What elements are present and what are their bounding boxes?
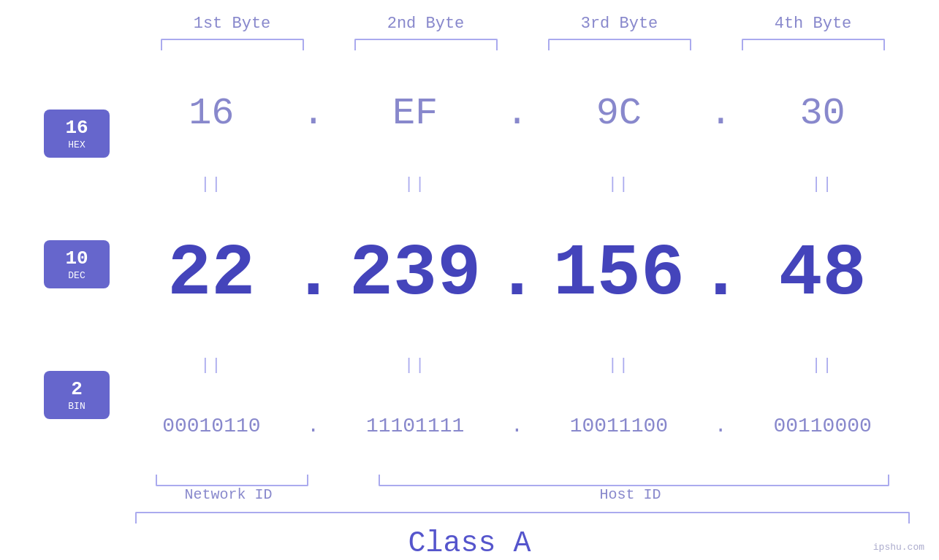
network-id-label: Network ID [135, 486, 322, 503]
bin-dot-1: . [307, 415, 319, 437]
hex-dot-1: . [302, 92, 324, 135]
host-id-bracket [379, 475, 889, 486]
top-bracket-3 [522, 39, 716, 50]
class-text: Class A [408, 527, 531, 560]
class-bracket [135, 512, 910, 523]
equals-row-2: || || || || [124, 355, 910, 376]
byte1-header: 1st Byte [135, 15, 329, 39]
bin-badge-num: 2 [50, 378, 104, 401]
bin-dot-2: . [511, 415, 523, 437]
dec-b4: 48 [779, 238, 867, 311]
class-label: Class A [29, 527, 910, 560]
dec-b1: 22 [167, 238, 255, 311]
dec-badge-num: 10 [50, 248, 104, 270]
dec-row: 22 . 239 . 156 . 48 [124, 234, 910, 316]
hex-badge-num: 16 [50, 117, 104, 139]
hex-row: 16 . EF . 9C . 30 [124, 92, 910, 135]
eq2-b4: || [735, 356, 910, 375]
hex-b3: 9C [596, 92, 642, 135]
hex-b2: EF [392, 92, 438, 135]
bin-b3: 10011100 [570, 415, 668, 437]
eq1-b4: || [735, 175, 910, 193]
dec-b2: 239 [349, 238, 481, 311]
top-bracket-2 [329, 39, 522, 50]
top-bracket-1 [135, 39, 329, 50]
eq2-b2: || [328, 356, 503, 375]
dec-b3: 156 [553, 238, 685, 311]
dec-badge-label: DEC [50, 270, 104, 281]
dec-badge: 10 DEC [44, 240, 110, 288]
top-bracket-4 [716, 39, 910, 50]
hex-badge: 16 HEX [44, 110, 110, 158]
watermark: ipshu.com [873, 542, 924, 553]
eq1-b2: || [328, 175, 503, 193]
byte3-header: 3rd Byte [522, 15, 716, 39]
bin-badge: 2 BIN [44, 371, 110, 419]
hex-b1: 16 [189, 92, 234, 135]
bin-b2: 11101111 [366, 415, 464, 437]
hex-badge-label: HEX [50, 139, 104, 150]
bin-badge-label: BIN [50, 401, 104, 412]
equals-row-1: || || || || [124, 174, 910, 195]
eq2-b3: || [532, 356, 707, 375]
bin-b1: 00010110 [162, 415, 260, 437]
host-id-text: Host ID [599, 486, 661, 503]
network-id-bracket [156, 475, 308, 486]
bin-dot-3: . [715, 415, 727, 437]
hex-dot-3: . [710, 92, 732, 135]
byte2-header: 2nd Byte [329, 15, 522, 39]
byte4-header: 4th Byte [716, 15, 910, 39]
eq1-b1: || [124, 175, 299, 193]
bin-b4: 00110000 [773, 415, 871, 437]
eq2-b1: || [124, 356, 299, 375]
bin-row: 00010110 . 11101111 . 10011100 . [124, 415, 910, 437]
network-id-text: Network ID [184, 486, 272, 503]
host-id-label: Host ID [351, 486, 910, 503]
eq1-b3: || [532, 175, 707, 193]
hex-b4: 30 [799, 92, 845, 135]
hex-dot-2: . [506, 92, 528, 135]
